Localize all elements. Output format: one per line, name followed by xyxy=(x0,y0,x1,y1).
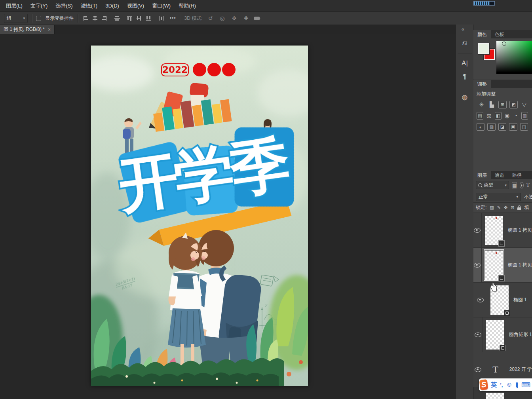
show-transform-checkbox[interactable] xyxy=(36,16,41,21)
tab-paths[interactable]: 路径 xyxy=(508,171,526,179)
search-icon xyxy=(478,183,482,187)
lock-artboard-icon[interactable]: ⊡ xyxy=(511,205,514,210)
layer-thumbnail[interactable] xyxy=(485,251,503,280)
visibility-eye-icon[interactable] xyxy=(474,228,481,233)
more-options-button[interactable]: ••• xyxy=(170,15,176,21)
shape-layer-badge-icon xyxy=(498,275,505,281)
keyboard-icon[interactable]: ⌨ xyxy=(521,381,530,389)
year-badge: 2022 xyxy=(162,63,236,76)
microphone-icon[interactable] xyxy=(516,382,518,387)
posterize-icon[interactable]: ▨ xyxy=(487,123,495,131)
ime-punctuation-icon[interactable]: ’, xyxy=(500,382,503,388)
layer-row[interactable]: 圆角矩形 1 xyxy=(473,317,532,352)
vibrance-icon[interactable]: ▽ xyxy=(521,101,528,108)
curves-icon[interactable]: ⊞ xyxy=(498,101,507,108)
lock-transparency-icon[interactable]: ▨ xyxy=(490,205,494,210)
layer-name[interactable]: 椭圆 1 拷贝 xyxy=(508,262,532,268)
emoji-icon[interactable]: ☺ xyxy=(506,381,512,388)
visibility-eye-icon[interactable] xyxy=(475,367,481,372)
character-panel-icon[interactable]: A| xyxy=(456,57,473,70)
menu-type[interactable]: 文字(Y) xyxy=(27,1,51,11)
pan-3d-icon[interactable]: ✥ xyxy=(230,15,238,21)
gradient-map-icon[interactable]: ▣ xyxy=(509,123,517,131)
color-picker-cursor[interactable] xyxy=(502,42,506,46)
tab-layers[interactable]: 图层 xyxy=(473,171,491,179)
collapse-panels-icon[interactable]: « xyxy=(462,26,464,32)
filter-type-layers-icon[interactable]: T xyxy=(526,182,530,188)
filter-pixel-layers-icon[interactable]: ▦ xyxy=(512,182,517,188)
layer-name[interactable]: 圆角矩形 1 xyxy=(509,331,532,338)
menu-view[interactable]: 视图(V) xyxy=(124,1,148,11)
distribute-icon[interactable] xyxy=(158,15,165,21)
levels-icon[interactable]: ▙ xyxy=(488,101,496,108)
sogou-logo-icon[interactable]: S xyxy=(479,379,488,390)
document-tab[interactable]: 圆 1 拷贝, RGB/8) * × xyxy=(0,25,55,34)
menu-select[interactable]: 选择(S) xyxy=(52,1,76,11)
layer-row[interactable]: 椭圆 1 拷贝 xyxy=(473,213,532,248)
tab-swatches[interactable]: 色板 xyxy=(491,30,508,38)
layers-panel: 图层 通道 路径 类型 ▾ ▦ ◗ T 正常 ▾ 不透明 锁定: xyxy=(473,171,532,387)
tool-preset-dropdown[interactable]: 组 ▾ xyxy=(4,14,28,23)
align-top-icon[interactable] xyxy=(126,15,133,21)
menu-window[interactable]: 窗口(W) xyxy=(148,1,174,11)
ime-mode-toggle[interactable]: 英 xyxy=(491,381,497,389)
poster-document[interactable]: 2022 xyxy=(91,46,308,386)
color-panel-tabs: 颜色 色板 xyxy=(473,30,532,38)
layer-row[interactable]: 椭圆 1 xyxy=(473,283,532,317)
visibility-eye-icon[interactable] xyxy=(474,263,481,268)
tab-adjustments[interactable]: 调整 xyxy=(473,80,491,88)
align-left-icon[interactable] xyxy=(82,15,89,21)
selective-color-icon[interactable]: ◫ xyxy=(520,123,528,131)
lock-all-icon[interactable] xyxy=(517,207,521,210)
invert-icon[interactable]: ◐ xyxy=(477,123,484,131)
layer-name[interactable]: 2022 开 学 xyxy=(509,366,532,373)
ime-toolbar[interactable]: S 英 ’, ☺ ⌨ xyxy=(479,378,532,391)
menu-help[interactable]: 帮助(H) xyxy=(175,1,200,11)
filter-adjustment-layers-icon[interactable]: ◗ xyxy=(520,182,523,188)
orbit-3d-icon[interactable]: ↺ xyxy=(207,15,215,21)
color-lookup-icon[interactable]: ▥ xyxy=(521,112,528,120)
hue-saturation-icon[interactable]: ▤ xyxy=(477,112,483,120)
lock-position-icon[interactable]: ✥ xyxy=(504,205,507,210)
roll-3d-icon[interactable]: ◎ xyxy=(218,15,226,21)
align-right-icon[interactable] xyxy=(101,15,108,21)
filter-kind-dropdown[interactable]: 类型 ▾ xyxy=(476,181,509,189)
close-icon[interactable]: × xyxy=(48,27,51,32)
progress-fill xyxy=(474,2,490,5)
exposure-icon[interactable]: ◩ xyxy=(509,101,518,108)
photo-filter-icon[interactable]: ◉ xyxy=(504,112,510,119)
visibility-eye-icon[interactable] xyxy=(477,298,484,302)
slide-3d-icon[interactable]: ✚ xyxy=(242,15,250,21)
layer-thumbnail[interactable] xyxy=(485,216,503,245)
camera-3d-icon[interactable] xyxy=(254,17,260,20)
glyphs-panel-icon[interactable]: ◍ xyxy=(456,90,473,104)
visibility-eye-icon[interactable] xyxy=(475,332,481,337)
lock-paint-icon[interactable]: ✎ xyxy=(497,205,501,210)
menu-filter[interactable]: 滤镜(T) xyxy=(77,1,101,11)
color-picker-field[interactable] xyxy=(496,41,532,74)
paragraph-panel-icon[interactable]: ¶ xyxy=(456,70,473,84)
align-vmiddle-icon[interactable] xyxy=(136,15,143,21)
blend-mode-dropdown[interactable]: 正常 ▾ xyxy=(476,193,521,201)
menu-3d[interactable]: 3D(D) xyxy=(102,1,123,10)
channel-mixer-icon[interactable]: ◔ xyxy=(513,112,519,119)
brightness-contrast-icon[interactable]: ☀ xyxy=(478,101,485,108)
chevron-down-icon: ▾ xyxy=(23,16,25,20)
color-balance-icon[interactable]: ⚖ xyxy=(486,112,492,119)
align-vcenter-wide-icon[interactable] xyxy=(114,15,121,21)
layer-row-selected[interactable]: 椭圆 1 拷贝 xyxy=(473,248,532,283)
history-panel-icon[interactable]: ⎌ xyxy=(456,36,473,50)
layer-name[interactable]: 椭圆 1 拷贝 xyxy=(508,227,532,234)
foreground-color-swatch[interactable] xyxy=(478,43,489,54)
threed-mode-label: 3D 模式: xyxy=(184,15,203,22)
threshold-icon[interactable]: ◪ xyxy=(498,123,506,131)
canvas-area[interactable]: 2022 xyxy=(0,34,456,399)
tab-color[interactable]: 颜色 xyxy=(473,30,491,38)
menu-layer[interactable]: 图层(L) xyxy=(2,1,26,11)
align-bottom-icon[interactable] xyxy=(145,15,152,21)
align-hcenter-icon[interactable] xyxy=(91,15,99,21)
layer-name[interactable]: 椭圆 1 xyxy=(513,296,527,303)
black-white-icon[interactable]: ◧ xyxy=(495,112,502,120)
layer-thumbnail[interactable] xyxy=(486,320,504,350)
tab-channels[interactable]: 通道 xyxy=(491,171,508,179)
